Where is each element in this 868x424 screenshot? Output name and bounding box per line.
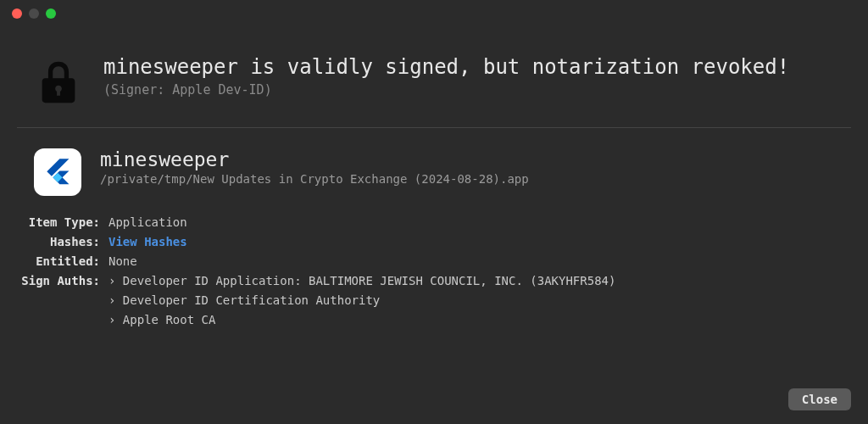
app-info: minesweeper /private/tmp/New Updates in … xyxy=(0,128,868,206)
close-button[interactable]: Close xyxy=(788,388,851,410)
zoom-window-button[interactable] xyxy=(46,8,56,19)
app-name: minesweeper xyxy=(100,148,529,170)
lock-icon xyxy=(34,58,83,107)
entitled-value: None xyxy=(108,252,851,271)
close-window-button[interactable] xyxy=(12,8,22,19)
sign-auth-item: Developer ID Certification Authority xyxy=(108,291,851,310)
details-section: Item Type: Application Hashes: View Hash… xyxy=(0,206,868,331)
app-path: /private/tmp/New Updates in Crypto Excha… xyxy=(100,172,529,186)
status-subtitle: (Signer: Apple Dev-ID) xyxy=(103,82,834,98)
entitled-label: Entitled: xyxy=(17,252,108,271)
sign-auths-list: Developer ID Application: BALTIMORE JEWI… xyxy=(108,271,851,330)
footer: Close xyxy=(788,388,851,410)
app-icon xyxy=(34,148,81,196)
view-hashes-link[interactable]: View Hashes xyxy=(108,235,187,248)
status-header: minesweeper is validly signed, but notar… xyxy=(0,27,868,127)
sign-auth-item: Developer ID Application: BALTIMORE JEWI… xyxy=(108,271,851,291)
hashes-row: Hashes: View Hashes xyxy=(17,232,851,252)
sign-auth-item: Apple Root CA xyxy=(108,310,851,330)
hashes-label: Hashes: xyxy=(17,232,108,252)
item-type-label: Item Type: xyxy=(17,213,108,232)
item-type-value: Application xyxy=(108,213,851,232)
entitled-row: Entitled: None xyxy=(17,252,851,271)
window-titlebar xyxy=(0,0,868,27)
sign-auths-row: Sign Auths: Developer ID Application: BA… xyxy=(17,271,851,330)
item-type-row: Item Type: Application xyxy=(17,213,851,232)
status-title: minesweeper is validly signed, but notar… xyxy=(103,54,834,81)
sign-auths-label: Sign Auths: xyxy=(17,271,108,291)
minimize-window-button[interactable] xyxy=(29,8,39,19)
